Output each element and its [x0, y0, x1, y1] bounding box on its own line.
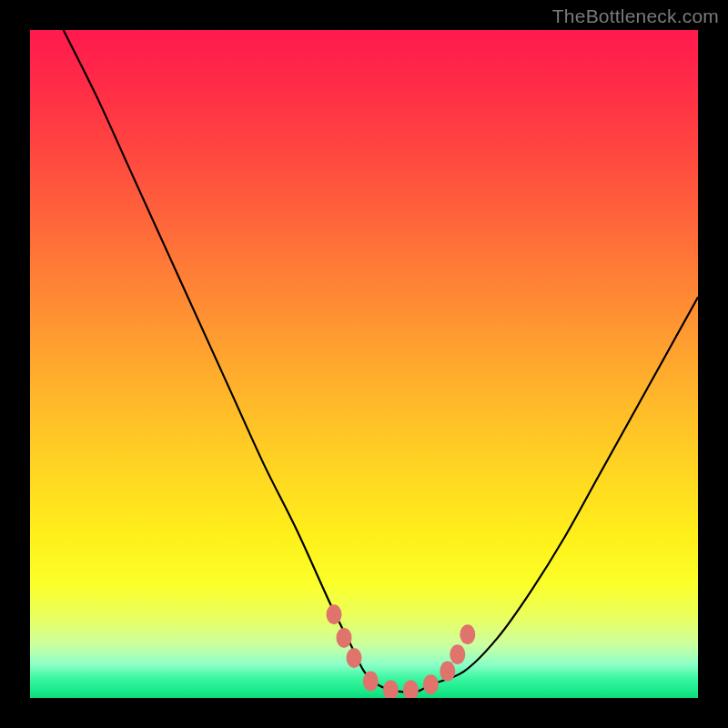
curve-marker — [450, 644, 465, 664]
curve-marker — [460, 624, 475, 644]
curve-svg — [30, 30, 698, 698]
curve-marker — [363, 672, 379, 692]
curve-marker — [347, 648, 362, 668]
curve-marker — [337, 628, 352, 648]
curve-marker — [423, 674, 439, 694]
curve-marker — [383, 680, 399, 698]
plot-area — [30, 30, 698, 698]
watermark-text: TheBottleneck.com — [552, 5, 719, 27]
marker-group — [327, 604, 476, 698]
chart-frame: TheBottleneck.com — [0, 0, 728, 728]
bottleneck-curve — [64, 30, 698, 693]
curve-marker — [403, 680, 419, 698]
curve-marker — [327, 604, 342, 624]
curve-marker — [440, 662, 455, 682]
